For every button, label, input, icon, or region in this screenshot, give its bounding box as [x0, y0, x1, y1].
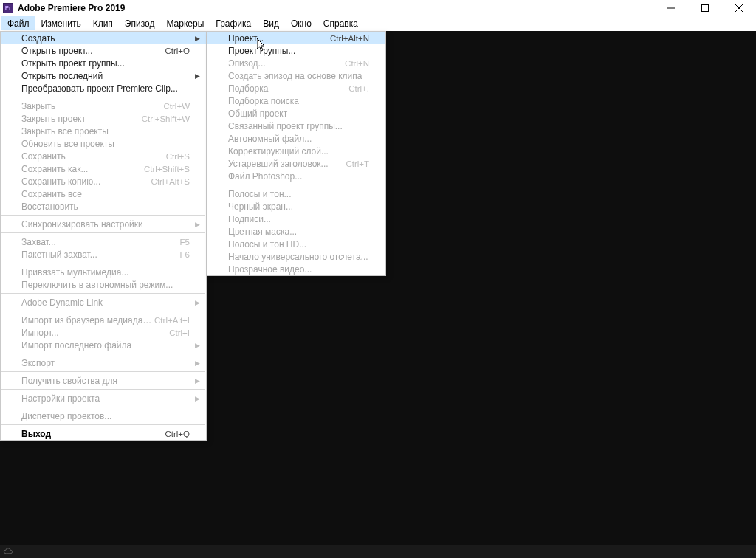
file-menu-item-10-0: Диспетчер проектов...: [1, 410, 206, 422]
create-submenu-item-1-6: Прозрачное видео...: [207, 263, 385, 275]
create-submenu-item-1-1: Черный экран...: [207, 200, 385, 213]
menu-item-label: Диспетчер проектов...: [21, 411, 190, 421]
menu-окно[interactable]: Окно: [285, 16, 317, 30]
menu-item-label: Пакетный захват...: [21, 249, 180, 260]
file-menu-item-0-1[interactable]: Открыть проект...Ctrl+O: [1, 44, 206, 57]
menu-item-shortcut: Ctrl+S: [166, 152, 190, 161]
menu-item-shortcut: Ctrl+Shift+S: [144, 165, 190, 173]
file-menu-item-1-7: Сохранить все: [1, 187, 206, 200]
file-menu-item-4-0: Привязать мультимедиа...: [1, 266, 206, 278]
file-menu-item-11-0[interactable]: ВыходCtrl+Q: [1, 427, 206, 440]
menu-справка[interactable]: Справка: [317, 16, 364, 30]
menu-item-label: Сохранить копию...: [21, 176, 151, 187]
menu-item-label: Прозрачное видео...: [228, 264, 369, 275]
menu-item-label: Проект...: [228, 33, 330, 44]
menu-item-label: Общий проект: [228, 108, 369, 119]
create-submenu-item-0-8: Автономный файл...: [207, 132, 385, 145]
menu-item-label: Открыть проект группы...: [21, 58, 190, 69]
create-submenu-item-0-5: Подборка поиска: [207, 94, 385, 107]
create-submenu-item-0-4: ПодборкаCtrl+.: [207, 82, 385, 94]
create-submenu-item-0-1[interactable]: Проект группы...: [207, 44, 385, 57]
menu-item-label: Привязать мультимедиа...: [21, 267, 190, 278]
menu-item-label: Создать: [21, 33, 190, 44]
create-submenu-item-0-0[interactable]: Проект...Ctrl+Alt+N: [207, 32, 385, 44]
menu-вид[interactable]: Вид: [257, 16, 285, 30]
menu-separator: [1, 407, 205, 407]
file-menu-item-0-4[interactable]: Преобразовать проект Premiere Clip...: [1, 82, 206, 94]
submenu-arrow-icon: ▶: [195, 395, 200, 402]
menu-item-label: Подборка поиска: [228, 96, 369, 106]
file-menu-item-0-3[interactable]: Открыть последний▶: [1, 69, 206, 82]
menu-item-label: Сохранить как...: [21, 164, 144, 174]
file-menu-item-6-2: Импорт последнего файла▶: [1, 339, 206, 351]
menu-separator: [1, 97, 205, 97]
menu-separator: [1, 424, 205, 425]
menu-item-label: Обновить все проекты: [21, 139, 190, 149]
menu-item-label: Импорт из браузера медиаданных: [21, 315, 154, 326]
menu-separator: [1, 389, 205, 390]
menu-separator: [1, 354, 205, 354]
app-icon: Pr: [3, 3, 13, 13]
file-menu-item-3-1: Пакетный захват...F6: [1, 248, 206, 261]
menu-маркеры[interactable]: Маркеры: [160, 16, 210, 30]
menu-item-shortcut: F6: [180, 250, 190, 259]
close-button[interactable]: [722, 0, 756, 16]
menu-графика[interactable]: Графика: [210, 16, 257, 30]
menu-item-label: Преобразовать проект Premiere Clip...: [21, 83, 190, 94]
menu-item-label: Выход: [21, 429, 165, 439]
menu-item-label: Автономный файл...: [228, 134, 369, 144]
menu-item-label: Импорт последнего файла: [21, 340, 190, 351]
submenu-arrow-icon: ▶: [195, 72, 200, 80]
file-menu-item-1-4: СохранитьCtrl+S: [1, 150, 206, 162]
create-submenu-item-0-7: Связанный проект группы...: [207, 120, 385, 132]
menu-separator: [1, 215, 205, 216]
menu-файл[interactable]: Файл: [1, 16, 35, 30]
menu-item-label: Захват...: [21, 237, 180, 247]
menu-separator: [208, 185, 385, 185]
submenu-arrow-icon: ▶: [195, 35, 200, 42]
create-submenu-item-0-2: Эпизод...Ctrl+N: [207, 57, 385, 69]
menu-клип[interactable]: Клип: [87, 16, 119, 30]
menu-item-shortcut: Ctrl+T: [346, 159, 369, 168]
menu-item-shortcut: Ctrl+N: [345, 59, 369, 68]
menu-item-label: Полосы и тон...: [228, 189, 369, 199]
menu-item-label: Подборка: [228, 83, 348, 94]
file-menu-item-1-8: Восстановить: [1, 200, 206, 213]
menu-item-label: Переключить в автономный режим...: [21, 280, 190, 290]
file-menu-item-6-1: Импорт...Ctrl+I: [1, 326, 206, 339]
minimize-button[interactable]: [654, 0, 688, 16]
create-submenu-item-1-5: Начало универсального отсчета...: [207, 250, 385, 263]
menu-изменить[interactable]: Изменить: [35, 16, 87, 30]
titlebar: Pr Adobe Premiere Pro 2019: [0, 0, 756, 16]
create-submenu-item-0-11: Файл Photoshop...: [207, 170, 385, 182]
create-submenu-item-1-4: Полосы и тон HD...: [207, 238, 385, 250]
menu-item-label: Цветная маска...: [228, 227, 369, 237]
menu-item-shortcut: Ctrl+.: [348, 84, 369, 93]
create-submenu-item-1-0: Полосы и тон...: [207, 187, 385, 200]
menu-item-label: Полосы и тон HD...: [228, 239, 369, 249]
menu-separator: [1, 293, 205, 294]
menu-item-label: Сохранить: [21, 151, 166, 162]
menu-item-shortcut: Ctrl+W: [164, 102, 190, 111]
submenu-arrow-icon: ▶: [195, 377, 200, 385]
file-menu-item-0-0[interactable]: Создать▶: [1, 32, 206, 44]
file-menu-item-0-2[interactable]: Открыть проект группы...: [1, 57, 206, 69]
menu-эпизод[interactable]: Эпизод: [119, 16, 161, 30]
cloud-icon: [3, 546, 13, 557]
file-menu-item-1-0: ЗакрытьCtrl+W: [1, 100, 206, 112]
create-submenu-item-0-10: Устаревший заголовок...Ctrl+T: [207, 157, 385, 170]
menu-item-label: Создать эпизод на основе клипа: [228, 71, 369, 81]
menu-item-label: Файл Photoshop...: [228, 171, 369, 182]
menu-item-label: Импорт...: [21, 328, 169, 338]
create-submenu-item-0-3: Создать эпизод на основе клипа: [207, 69, 385, 82]
menu-item-shortcut: Ctrl+Q: [165, 430, 190, 438]
submenu-arrow-icon: ▶: [195, 359, 200, 367]
submenu-arrow-icon: ▶: [195, 299, 200, 306]
submenu-arrow-icon: ▶: [195, 342, 200, 349]
file-menu-item-7-0: Экспорт▶: [1, 356, 206, 369]
maximize-button[interactable]: [688, 0, 722, 16]
menu-item-label: Устаревший заголовок...: [228, 159, 346, 169]
menu-item-label: Восстановить: [21, 202, 190, 212]
menu-item-label: Открыть последний: [21, 71, 190, 81]
menu-item-label: Экспорт: [21, 358, 190, 368]
